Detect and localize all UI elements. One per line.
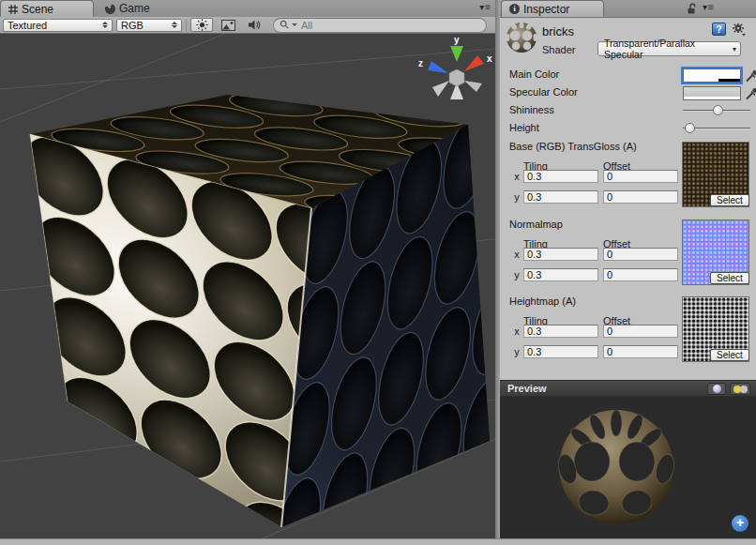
- height-slider[interactable]: [683, 121, 750, 135]
- slider-knob[interactable]: [713, 105, 723, 115]
- dropdown-arrows-icon: [172, 22, 177, 28]
- gizmo-z-label: z: [418, 58, 423, 68]
- preview-viewport[interactable]: +: [500, 397, 756, 538]
- scene-toolbar: Textured RGB: [0, 17, 495, 34]
- window-bottom-strip: [0, 538, 756, 545]
- gizmo-z-cone[interactable]: [428, 61, 448, 73]
- material-preview-sphere: [500, 397, 756, 538]
- shader-label: Shader: [542, 44, 575, 55]
- tiling-x-input[interactable]: [523, 170, 598, 183]
- main-color-swatch[interactable]: [683, 68, 741, 83]
- material-ball-icon: [505, 21, 538, 54]
- game-icon: [105, 4, 115, 14]
- shininess-slider[interactable]: [683, 103, 750, 117]
- gear-icon[interactable]: [732, 23, 747, 37]
- tiling-y-input[interactable]: [523, 190, 598, 204]
- help-icon[interactable]: ?: [712, 23, 726, 36]
- texture-section-label: Normalmap: [509, 219, 563, 230]
- inspector-tab-bar: i Inspector ▾≡: [500, 0, 756, 18]
- axis-y-label: y: [512, 269, 522, 280]
- axis-y-label: y: [512, 191, 522, 203]
- scene-orientation-gizmo[interactable]: y x z: [418, 35, 492, 99]
- preview-panel: Preview: [500, 380, 756, 538]
- main-color-label: Main Color: [509, 68, 559, 80]
- unity-editor-window: Scene Game ▾≡ Textured RGB: [0, 0, 756, 545]
- axis-x-label: x: [512, 249, 522, 260]
- axis-y-label: y: [512, 346, 522, 357]
- tiling-y-input[interactable]: [523, 345, 598, 358]
- eyedropper-icon[interactable]: [745, 68, 756, 83]
- add-button[interactable]: +: [732, 515, 748, 532]
- texture-section-base: Base (RGB) TransGloss (A) Tiling Offset …: [500, 141, 756, 218]
- gizmo-x-label: x: [487, 53, 492, 64]
- sphere-icon: [713, 385, 721, 393]
- offset-x-input[interactable]: [603, 248, 678, 261]
- specular-color-swatch[interactable]: [683, 86, 741, 100]
- texture-section-label: Base (RGB) TransGloss (A): [509, 141, 637, 152]
- select-texture-button[interactable]: Select: [710, 194, 749, 206]
- height-label: Height: [509, 122, 539, 133]
- offset-y-input[interactable]: [603, 190, 678, 204]
- color-mode-dropdown[interactable]: RGB: [116, 19, 182, 32]
- preview-title: Preview: [507, 383, 547, 394]
- skybox-toggle[interactable]: [217, 18, 239, 32]
- slider-knob[interactable]: [685, 123, 695, 133]
- inspector-body: bricks Shader Transparent/Parallax Specu…: [500, 17, 756, 378]
- light-off-icon: [740, 386, 748, 393]
- draw-mode-dropdown[interactable]: Textured: [3, 19, 113, 32]
- offset-x-input[interactable]: [603, 325, 678, 338]
- material-name: bricks: [542, 24, 574, 38]
- info-icon: i: [509, 4, 520, 14]
- preview-header[interactable]: Preview: [500, 380, 756, 397]
- axis-x-label: x: [512, 325, 522, 337]
- texture-section-normalmap: Normalmap Tiling Offset x y Select: [500, 219, 756, 295]
- offset-y-input[interactable]: [603, 345, 678, 358]
- search-filter-arrow-icon: [292, 23, 297, 26]
- shader-value: Transparent/Parallax Specular: [604, 38, 729, 60]
- preview-shape-button[interactable]: [707, 383, 726, 395]
- tiling-y-input[interactable]: [523, 268, 598, 281]
- scene-panel: Scene Game ▾≡ Textured RGB: [0, 0, 495, 545]
- eyedropper-icon[interactable]: [745, 86, 756, 100]
- select-texture-button[interactable]: Select: [710, 349, 749, 361]
- tab-game-label: Game: [119, 2, 150, 15]
- scene-viewport[interactable]: y x z: [0, 34, 495, 538]
- texture-section-label: Heightmap (A): [509, 295, 576, 307]
- gizmo-y-label: y: [454, 35, 460, 45]
- tab-game[interactable]: Game: [98, 0, 197, 17]
- gizmo-x-cone[interactable]: [464, 55, 484, 71]
- tab-inspector-label: Inspector: [523, 3, 569, 16]
- tiling-x-input[interactable]: [523, 325, 598, 338]
- textured-cube: [0, 34, 495, 538]
- draw-mode-value: Textured: [8, 20, 47, 31]
- offset-x-input[interactable]: [603, 170, 678, 183]
- tab-scene[interactable]: Scene: [0, 0, 94, 17]
- audio-toggle[interactable]: [243, 18, 265, 32]
- alpha-fill: [684, 79, 718, 82]
- search-input[interactable]: [299, 19, 480, 32]
- dropdown-arrows-icon: [102, 22, 108, 28]
- grid-icon: [8, 5, 18, 14]
- scene-search-field[interactable]: [273, 18, 487, 33]
- tiling-x-input[interactable]: [523, 248, 598, 261]
- chevron-down-icon: ▾: [733, 45, 736, 53]
- lock-icon[interactable]: [687, 3, 698, 15]
- scene-tab-bar: Scene Game ▾≡: [0, 0, 495, 18]
- tab-inspector[interactable]: i Inspector: [501, 0, 604, 17]
- image-icon: [221, 20, 235, 31]
- inspector-panel: i Inspector ▾≡: [500, 0, 756, 545]
- scene-3d-render: y x z: [0, 34, 495, 538]
- texture-section-heightmap: Heightmap (A) Tiling Offset x y Select: [500, 295, 756, 372]
- inspector-panel-menu-icon[interactable]: ▾≡: [703, 2, 715, 12]
- lighting-toggle[interactable]: [190, 18, 213, 32]
- alpha-fill: [684, 97, 740, 99]
- offset-y-input[interactable]: [603, 268, 678, 281]
- select-texture-button[interactable]: Select: [710, 272, 749, 284]
- panel-splitter[interactable]: [495, 0, 500, 545]
- shader-dropdown[interactable]: Transparent/Parallax Specular ▾: [597, 41, 741, 56]
- gizmo-y-cone[interactable]: [450, 46, 463, 62]
- toolbar-separator: [186, 19, 187, 32]
- preview-lighting-button[interactable]: [730, 383, 750, 395]
- scene-panel-menu-icon[interactable]: ▾≡: [479, 2, 491, 12]
- color-mode-value: RGB: [121, 20, 144, 31]
